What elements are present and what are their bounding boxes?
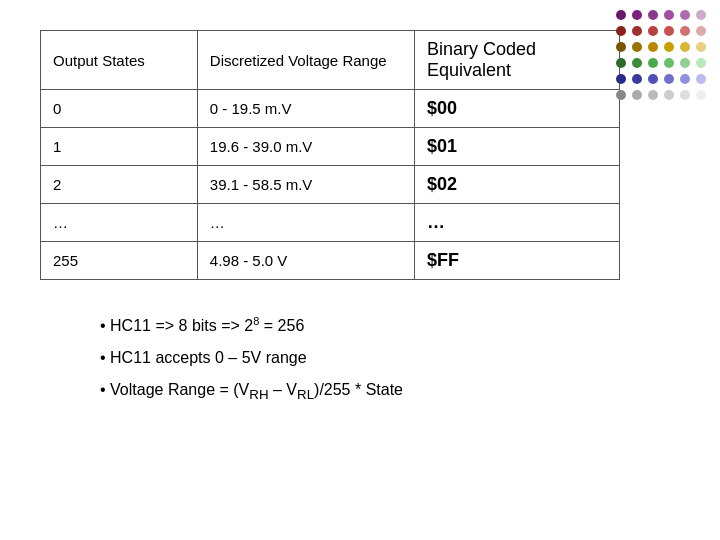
bullet-item-3: Voltage Range = (VRH – VRL)/255 * State	[100, 374, 680, 409]
decoration-dot	[696, 10, 706, 20]
decoration-dot	[616, 58, 626, 68]
decoration-dot	[616, 26, 626, 36]
decoration-dot	[616, 74, 626, 84]
cell-binary: $00	[414, 90, 619, 128]
decoration-dot	[664, 10, 674, 20]
decoration-dot	[648, 90, 658, 100]
decoration-dot	[664, 58, 674, 68]
main-content: Output States Discretized Voltage Range …	[0, 0, 720, 429]
table-row: 00 - 19.5 m.V$00	[41, 90, 620, 128]
table-row: ………	[41, 204, 620, 242]
decoration-dot	[696, 42, 706, 52]
bullet-item-1: HC11 => 8 bits => 28 = 256	[100, 310, 680, 342]
decoration-dot	[632, 90, 642, 100]
bullet-1-post: = 256	[259, 317, 304, 334]
bullet-3-sub1: RH	[249, 388, 268, 403]
decoration-dot	[680, 74, 690, 84]
decoration-dot	[632, 42, 642, 52]
cell-voltage: 4.98 - 5.0 V	[197, 242, 414, 280]
decoration-dot	[680, 42, 690, 52]
table-row: 2554.98 - 5.0 V$FF	[41, 242, 620, 280]
cell-output: 0	[41, 90, 198, 128]
cell-output: 2	[41, 166, 198, 204]
table-row: 239.1 - 58.5 m.V$02	[41, 166, 620, 204]
cell-voltage: 19.6 - 39.0 m.V	[197, 128, 414, 166]
decoration-dot	[680, 90, 690, 100]
table-row: 119.6 - 39.0 m.V$01	[41, 128, 620, 166]
decoration-dot	[632, 58, 642, 68]
decoration-dot	[632, 26, 642, 36]
cell-voltage: …	[197, 204, 414, 242]
cell-binary: $FF	[414, 242, 619, 280]
bullet-3-post: )/255 * State	[314, 381, 403, 398]
cell-binary: $01	[414, 128, 619, 166]
bullet-3-mid: – V	[269, 381, 297, 398]
cell-binary: $02	[414, 166, 619, 204]
cell-voltage: 39.1 - 58.5 m.V	[197, 166, 414, 204]
decoration-dot	[632, 10, 642, 20]
bullet-list: HC11 => 8 bits => 28 = 256 HC11 accepts …	[40, 310, 680, 409]
decoration-dot	[648, 26, 658, 36]
decoration-dot	[696, 58, 706, 68]
bullet-3-sub2: RL	[297, 388, 314, 403]
decoration-dot	[680, 26, 690, 36]
decoration-dot	[696, 26, 706, 36]
decoration-dot	[648, 58, 658, 68]
decoration-dot	[680, 10, 690, 20]
bullet-item-2: HC11 accepts 0 – 5V range	[100, 342, 680, 374]
bullet-3-pre: Voltage Range = (V	[110, 381, 249, 398]
decoration-dot	[696, 74, 706, 84]
header-voltage-range: Discretized Voltage Range	[197, 31, 414, 90]
header-output-states: Output States	[41, 31, 198, 90]
decoration-dot	[664, 90, 674, 100]
output-states-table: Output States Discretized Voltage Range …	[40, 30, 620, 280]
dot-grid-decoration	[616, 10, 710, 104]
decoration-dot	[648, 74, 658, 84]
bullet-1-pre: HC11 => 8 bits => 2	[110, 317, 253, 334]
header-binary-coded: Binary Coded Equivalent	[414, 31, 619, 90]
decoration-dot	[632, 74, 642, 84]
decoration-dot	[664, 42, 674, 52]
decoration-dot	[664, 74, 674, 84]
cell-output: …	[41, 204, 198, 242]
cell-output: 255	[41, 242, 198, 280]
cell-output: 1	[41, 128, 198, 166]
decoration-dot	[616, 10, 626, 20]
decoration-dot	[696, 90, 706, 100]
decoration-dot	[680, 58, 690, 68]
decoration-dot	[648, 42, 658, 52]
decoration-dot	[664, 26, 674, 36]
cell-voltage: 0 - 19.5 m.V	[197, 90, 414, 128]
decoration-dot	[616, 42, 626, 52]
decoration-dot	[616, 90, 626, 100]
decoration-dot	[648, 10, 658, 20]
cell-binary: …	[414, 204, 619, 242]
